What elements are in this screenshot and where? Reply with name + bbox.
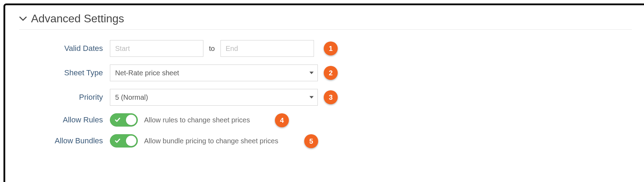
allow-rules-description: Allow rules to change sheet prices <box>144 116 250 124</box>
advanced-settings-panel: Advanced Settings Valid Dates to 1 Sheet… <box>3 3 644 182</box>
row-allow-bundles: Allow Bundles Allow bundle pricing to ch… <box>19 134 632 147</box>
annotation-badge-5: 5 <box>304 134 318 148</box>
allow-rules-control: Allow rules to change sheet prices <box>110 113 250 127</box>
sheet-type-select-wrap: Net-Rate price sheet <box>110 65 318 81</box>
annotation-badge-4: 4 <box>275 113 289 127</box>
row-allow-rules: Allow Rules Allow rules to change sheet … <box>19 113 632 127</box>
label-valid-dates: Valid Dates <box>19 44 110 53</box>
row-sheet-type: Sheet Type Net-Rate price sheet 2 <box>19 65 632 81</box>
end-date-input[interactable] <box>220 40 314 57</box>
annotation-badge-3: 3 <box>324 90 338 104</box>
chevron-down-icon <box>19 15 27 23</box>
check-icon <box>114 117 121 123</box>
annotation-badge-2: 2 <box>324 66 338 80</box>
priority-select[interactable]: 5 (Normal) <box>110 89 318 106</box>
allow-bundles-toggle[interactable] <box>110 134 138 147</box>
annotation-badge-1: 1 <box>324 41 338 55</box>
check-icon <box>114 138 121 144</box>
label-priority: Priority <box>19 93 110 102</box>
toggle-knob <box>126 115 136 125</box>
priority-select-wrap: 5 (Normal) <box>110 89 318 106</box>
toggle-knob <box>126 136 136 146</box>
date-range: to <box>110 40 314 57</box>
section-header[interactable]: Advanced Settings <box>19 12 632 30</box>
section-title: Advanced Settings <box>31 12 124 25</box>
allow-bundles-control: Allow bundle pricing to change sheet pri… <box>110 134 278 147</box>
start-date-input[interactable] <box>110 40 203 57</box>
label-sheet-type: Sheet Type <box>19 68 110 77</box>
sheet-type-select[interactable]: Net-Rate price sheet <box>110 65 318 81</box>
to-separator: to <box>209 45 215 53</box>
label-allow-rules: Allow Rules <box>19 115 110 124</box>
row-valid-dates: Valid Dates to 1 <box>19 40 632 57</box>
label-allow-bundles: Allow Bundles <box>19 136 110 145</box>
row-priority: Priority 5 (Normal) 3 <box>19 89 632 106</box>
allow-bundles-description: Allow bundle pricing to change sheet pri… <box>144 137 278 145</box>
allow-rules-toggle[interactable] <box>110 113 138 127</box>
